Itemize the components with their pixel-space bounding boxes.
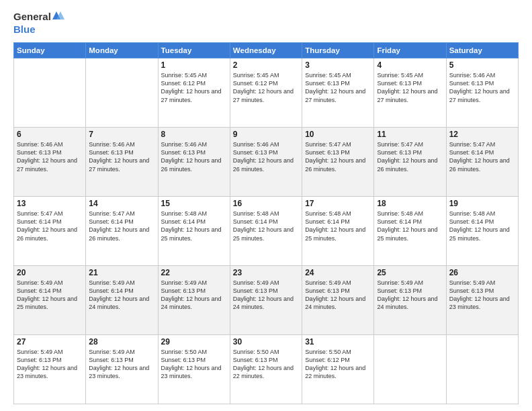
day-info: Sunrise: 5:45 AM Sunset: 6:13 PM Dayligh… — [305, 71, 371, 104]
day-info: Sunrise: 5:48 AM Sunset: 6:14 PM Dayligh… — [449, 210, 515, 242]
day-cell: 30Sunrise: 5:50 AM Sunset: 6:13 PM Dayli… — [230, 335, 302, 404]
day-info: Sunrise: 5:46 AM Sunset: 6:13 PM Dayligh… — [449, 71, 515, 104]
day-info: Sunrise: 5:47 AM Sunset: 6:14 PM Dayligh… — [449, 140, 515, 173]
day-number: 30 — [233, 337, 299, 347]
day-cell: 16Sunrise: 5:48 AM Sunset: 6:14 PM Dayli… — [230, 197, 302, 266]
day-number: 1 — [161, 60, 227, 70]
day-number: 22 — [161, 268, 227, 277]
day-cell: 13Sunrise: 5:47 AM Sunset: 6:14 PM Dayli… — [14, 197, 86, 266]
day-cell: 8Sunrise: 5:46 AM Sunset: 6:13 PM Daylig… — [158, 128, 230, 197]
weekday-header-saturday: Saturday — [446, 43, 518, 58]
day-number: 5 — [449, 60, 515, 70]
day-number: 13 — [17, 199, 83, 208]
day-info: Sunrise: 5:48 AM Sunset: 6:14 PM Dayligh… — [161, 210, 227, 242]
day-cell: 5Sunrise: 5:46 AM Sunset: 6:13 PM Daylig… — [446, 58, 518, 128]
day-cell — [14, 58, 86, 128]
day-cell — [374, 335, 446, 404]
day-number: 2 — [233, 60, 299, 70]
day-cell: 12Sunrise: 5:47 AM Sunset: 6:14 PM Dayli… — [446, 128, 518, 197]
day-info: Sunrise: 5:49 AM Sunset: 6:13 PM Dayligh… — [233, 279, 299, 312]
day-number: 20 — [17, 268, 83, 277]
day-cell — [86, 58, 158, 128]
day-number: 11 — [377, 130, 443, 139]
day-number: 4 — [377, 60, 443, 70]
weekday-header-wednesday: Wednesday — [230, 43, 302, 58]
day-cell: 4Sunrise: 5:45 AM Sunset: 6:13 PM Daylig… — [374, 58, 446, 128]
day-cell: 20Sunrise: 5:49 AM Sunset: 6:14 PM Dayli… — [14, 266, 86, 335]
day-cell: 28Sunrise: 5:49 AM Sunset: 6:13 PM Dayli… — [86, 335, 158, 404]
day-cell: 27Sunrise: 5:49 AM Sunset: 6:13 PM Dayli… — [14, 335, 86, 404]
day-info: Sunrise: 5:47 AM Sunset: 6:13 PM Dayligh… — [377, 140, 443, 173]
day-number: 7 — [89, 130, 154, 139]
day-number: 21 — [89, 268, 154, 277]
day-info: Sunrise: 5:46 AM Sunset: 6:13 PM Dayligh… — [17, 140, 83, 173]
day-number: 9 — [233, 130, 299, 139]
day-cell: 24Sunrise: 5:49 AM Sunset: 6:13 PM Dayli… — [302, 266, 374, 335]
day-info: Sunrise: 5:50 AM Sunset: 6:12 PM Dayligh… — [305, 348, 371, 381]
day-cell: 11Sunrise: 5:47 AM Sunset: 6:13 PM Dayli… — [374, 128, 446, 197]
day-number: 17 — [305, 199, 371, 208]
day-info: Sunrise: 5:47 AM Sunset: 6:14 PM Dayligh… — [17, 210, 83, 242]
day-number: 3 — [305, 60, 371, 70]
day-info: Sunrise: 5:50 AM Sunset: 6:13 PM Dayligh… — [233, 348, 299, 381]
day-number: 6 — [17, 130, 83, 139]
day-info: Sunrise: 5:49 AM Sunset: 6:13 PM Dayligh… — [449, 279, 515, 312]
day-number: 19 — [449, 199, 515, 208]
header: General Blue — [13, 11, 519, 36]
week-row-2: 6Sunrise: 5:46 AM Sunset: 6:13 PM Daylig… — [14, 128, 519, 197]
day-number: 25 — [377, 268, 443, 277]
day-number: 29 — [161, 337, 227, 347]
day-cell — [446, 335, 518, 404]
day-info: Sunrise: 5:45 AM Sunset: 6:12 PM Dayligh… — [233, 71, 299, 104]
day-info: Sunrise: 5:46 AM Sunset: 6:13 PM Dayligh… — [233, 140, 299, 173]
calendar-page: General Blue SundayMondayTuesdayWednesda… — [0, 0, 532, 411]
day-cell: 25Sunrise: 5:49 AM Sunset: 6:13 PM Dayli… — [374, 266, 446, 335]
day-info: Sunrise: 5:49 AM Sunset: 6:13 PM Dayligh… — [305, 279, 371, 312]
day-number: 24 — [305, 268, 371, 277]
day-info: Sunrise: 5:49 AM Sunset: 6:13 PM Dayligh… — [89, 348, 154, 381]
day-number: 31 — [305, 337, 371, 347]
day-cell: 2Sunrise: 5:45 AM Sunset: 6:12 PM Daylig… — [230, 58, 302, 128]
weekday-header-sunday: Sunday — [14, 43, 86, 58]
day-number: 12 — [449, 130, 515, 139]
week-row-5: 27Sunrise: 5:49 AM Sunset: 6:13 PM Dayli… — [14, 335, 519, 404]
calendar-table: SundayMondayTuesdayWednesdayThursdayFrid… — [13, 42, 519, 404]
day-number: 14 — [89, 199, 154, 208]
logo-blue: Blue — [13, 24, 36, 35]
weekday-header-monday: Monday — [86, 43, 158, 58]
day-cell: 15Sunrise: 5:48 AM Sunset: 6:14 PM Dayli… — [158, 197, 230, 266]
day-cell: 18Sunrise: 5:48 AM Sunset: 6:14 PM Dayli… — [374, 197, 446, 266]
day-cell: 3Sunrise: 5:45 AM Sunset: 6:13 PM Daylig… — [302, 58, 374, 128]
day-info: Sunrise: 5:49 AM Sunset: 6:13 PM Dayligh… — [17, 348, 83, 381]
day-number: 23 — [233, 268, 299, 277]
logo-general: General — [13, 11, 51, 23]
day-info: Sunrise: 5:48 AM Sunset: 6:14 PM Dayligh… — [377, 210, 443, 242]
day-info: Sunrise: 5:47 AM Sunset: 6:13 PM Dayligh… — [305, 140, 371, 173]
week-row-3: 13Sunrise: 5:47 AM Sunset: 6:14 PM Dayli… — [14, 197, 519, 266]
logo-text-area: General Blue — [13, 11, 64, 36]
weekday-header-row: SundayMondayTuesdayWednesdayThursdayFrid… — [14, 43, 519, 58]
day-cell: 29Sunrise: 5:50 AM Sunset: 6:13 PM Dayli… — [158, 335, 230, 404]
logo: General Blue — [13, 11, 64, 36]
day-number: 18 — [377, 199, 443, 208]
logo-icon — [52, 9, 64, 21]
day-info: Sunrise: 5:48 AM Sunset: 6:14 PM Dayligh… — [233, 210, 299, 242]
day-cell: 10Sunrise: 5:47 AM Sunset: 6:13 PM Dayli… — [302, 128, 374, 197]
day-number: 15 — [161, 199, 227, 208]
weekday-header-friday: Friday — [374, 43, 446, 58]
day-info: Sunrise: 5:45 AM Sunset: 6:13 PM Dayligh… — [377, 71, 443, 104]
day-info: Sunrise: 5:49 AM Sunset: 6:13 PM Dayligh… — [377, 279, 443, 312]
day-info: Sunrise: 5:49 AM Sunset: 6:14 PM Dayligh… — [17, 279, 83, 312]
day-info: Sunrise: 5:50 AM Sunset: 6:13 PM Dayligh… — [161, 348, 227, 381]
weekday-header-thursday: Thursday — [302, 43, 374, 58]
day-cell: 7Sunrise: 5:46 AM Sunset: 6:13 PM Daylig… — [86, 128, 158, 197]
day-cell: 19Sunrise: 5:48 AM Sunset: 6:14 PM Dayli… — [446, 197, 518, 266]
day-number: 16 — [233, 199, 299, 208]
day-cell: 9Sunrise: 5:46 AM Sunset: 6:13 PM Daylig… — [230, 128, 302, 197]
week-row-1: 1Sunrise: 5:45 AM Sunset: 6:12 PM Daylig… — [14, 58, 519, 128]
day-cell: 1Sunrise: 5:45 AM Sunset: 6:12 PM Daylig… — [158, 58, 230, 128]
day-info: Sunrise: 5:46 AM Sunset: 6:13 PM Dayligh… — [161, 140, 227, 173]
day-number: 10 — [305, 130, 371, 139]
day-cell: 22Sunrise: 5:49 AM Sunset: 6:13 PM Dayli… — [158, 266, 230, 335]
week-row-4: 20Sunrise: 5:49 AM Sunset: 6:14 PM Dayli… — [14, 266, 519, 335]
